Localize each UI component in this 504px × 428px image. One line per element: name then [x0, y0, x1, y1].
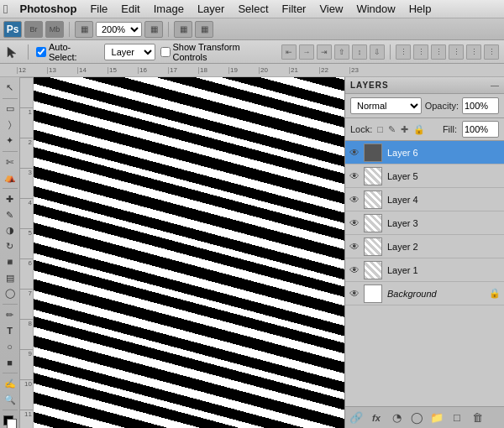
arrow-icon [6, 45, 19, 59]
layer-item-background[interactable]: 👁 Background 🔒 [345, 282, 504, 305]
align-bottom-icon[interactable]: ⇩ [370, 44, 385, 60]
layer-item-3[interactable]: 👁 Layer 3 [345, 211, 504, 235]
eye-icon-2[interactable]: 👁 [349, 241, 360, 253]
main-area: ↖ ▭ 〉 ✦ ✄ ⛺ ✚ ✎ ◑ ↻ ◾ ▤ ◯ ✏ T ○ ■ ✍ 🔍 [0, 77, 504, 428]
eye-icon-1[interactable]: 👁 [349, 264, 360, 276]
crop-tool[interactable]: ✄ [2, 155, 18, 170]
move-tool[interactable]: ↖ [2, 81, 18, 95]
foreground-bg-color[interactable] [2, 414, 18, 428]
dodge-tool[interactable]: ◯ [2, 287, 18, 301]
distribute-4-icon[interactable]: ⋮ [449, 44, 464, 60]
show-transform-checkbox[interactable] [160, 47, 171, 57]
auto-select-text: Auto-Select: [49, 42, 99, 62]
menu-filter[interactable]: Filter [276, 3, 313, 15]
lock-move-icon[interactable]: ✚ [401, 124, 408, 135]
layer-thumb-4 [364, 191, 382, 209]
auto-select-dropdown[interactable]: Layer Group [104, 44, 155, 60]
layer-item-2[interactable]: 👁 Layer 2 [345, 235, 504, 258]
menu-layer[interactable]: Layer [191, 3, 232, 15]
distribute-5-icon[interactable]: ⋮ [466, 44, 481, 60]
eye-icon-4[interactable]: 👁 [349, 194, 360, 206]
adjustment-icon[interactable]: ◔ [389, 411, 404, 424]
path-tool[interactable]: ○ [2, 340, 18, 354]
eye-icon-3[interactable]: 👁 [349, 217, 360, 229]
bridge-icon[interactable]: Br [24, 21, 43, 38]
arrange-icon[interactable]: ▦ [174, 21, 192, 38]
apple-logo[interactable]:  [3, 2, 8, 16]
eye-icon-6[interactable]: 👁 [349, 147, 360, 159]
ruler-mark-17: 17 [168, 67, 198, 74]
delete-layer-icon[interactable]: 🗑 [470, 411, 485, 424]
menu-image[interactable]: Image [147, 3, 191, 15]
ruler-v-3: 2 [20, 138, 33, 168]
pen-tool[interactable]: ✏ [2, 308, 18, 322]
type-tool[interactable]: T [2, 324, 18, 338]
gradient-tool[interactable]: ▤ [2, 271, 18, 285]
eye-icon-5[interactable]: 👁 [349, 170, 360, 182]
lt-sep4 [3, 304, 18, 305]
menu-select[interactable]: Select [231, 3, 275, 15]
canvas-background [34, 77, 344, 428]
distribute-3-icon[interactable]: ⋮ [431, 44, 446, 60]
layer-thumb-2 [364, 237, 382, 256]
align-left-icon[interactable]: ⇤ [281, 44, 297, 60]
menu-help[interactable]: Help [402, 3, 438, 15]
eraser-tool[interactable]: ◾ [2, 255, 18, 269]
menu-window[interactable]: Window [349, 3, 402, 15]
mini-bridge-icon[interactable]: Mb [45, 21, 64, 38]
distribute-6-icon[interactable]: ⋮ [484, 44, 499, 60]
lock-paint-icon[interactable]: ✎ [388, 124, 396, 135]
layers-title: LAYERS [350, 81, 389, 90]
brush-tool[interactable]: ✎ [2, 208, 18, 222]
eyedropper-tool[interactable]: ⛺ [2, 170, 18, 185]
align-center-icon[interactable]: → [299, 44, 314, 60]
lt-sep6 [3, 410, 18, 410]
folder-icon[interactable]: 📁 [429, 411, 444, 424]
history-tool[interactable]: ↻ [2, 239, 18, 253]
menu-edit[interactable]: Edit [114, 3, 146, 15]
layer-item-4[interactable]: 👁 Layer 4 [345, 188, 504, 211]
eye-icon-bg[interactable]: 👁 [349, 288, 360, 300]
fx-icon[interactable]: fx [369, 413, 384, 423]
layers-panel: LAYERS — Normal Multiply Screen Overlay … [344, 77, 504, 428]
auto-select-checkbox[interactable] [36, 47, 46, 57]
hand-tool[interactable]: ✍ [2, 377, 18, 391]
ruler-v-9: 8 [20, 319, 33, 349]
healing-tool[interactable]: ✚ [2, 192, 18, 206]
layer-item-6[interactable]: 👁 Layer 6 [345, 141, 504, 164]
fill-input[interactable] [462, 121, 499, 138]
canvas-area[interactable] [34, 77, 344, 428]
ruler-mark-19: 19 [228, 67, 259, 74]
lock-transparency-icon[interactable]: □ [377, 124, 383, 134]
view-icon2[interactable]: ▦ [144, 21, 163, 38]
align-right-icon[interactable]: ⇥ [317, 44, 332, 60]
align-middle-icon[interactable]: ↕ [352, 44, 367, 60]
stamp-tool[interactable]: ◑ [2, 224, 18, 238]
menu-photoshop[interactable]: Photoshop [13, 3, 83, 15]
ruler-v-10: 9 [20, 349, 33, 379]
view-icon[interactable]: ▦ [75, 21, 93, 38]
layer-item-1[interactable]: 👁 Layer 1 [345, 258, 504, 282]
mask-icon[interactable]: ◯ [409, 411, 424, 424]
layers-close-button[interactable]: — [491, 81, 499, 90]
opacity-input[interactable] [462, 97, 499, 114]
blend-mode-dropdown[interactable]: Normal Multiply Screen Overlay [350, 97, 422, 114]
layer-item-5[interactable]: 👁 Layer 5 [345, 164, 504, 188]
link-icon[interactable]: 🔗 [349, 411, 364, 424]
magic-wand-tool[interactable]: ✦ [2, 133, 18, 148]
screen-icon[interactable]: ▦ [195, 21, 213, 38]
align-top-icon[interactable]: ⇧ [334, 44, 349, 60]
layer-name-3: Layer 3 [387, 218, 418, 228]
shape-tool[interactable]: ■ [2, 355, 18, 369]
marquee-tool[interactable]: ▭ [2, 102, 18, 117]
menu-view[interactable]: View [312, 3, 349, 15]
lasso-tool[interactable]: 〉 [2, 117, 18, 132]
distribute-1-icon[interactable]: ⋮ [396, 44, 411, 60]
menu-file[interactable]: File [83, 3, 114, 15]
distribute-2-icon[interactable]: ⋮ [413, 44, 428, 60]
zoom-dropdown[interactable]: 200% 100% 50% [96, 22, 142, 37]
new-layer-icon[interactable]: □ [449, 411, 465, 424]
svg-marker-0 [8, 47, 16, 58]
lock-all-icon[interactable]: 🔒 [413, 124, 425, 135]
zoom-tool[interactable]: 🔍 [2, 393, 18, 407]
